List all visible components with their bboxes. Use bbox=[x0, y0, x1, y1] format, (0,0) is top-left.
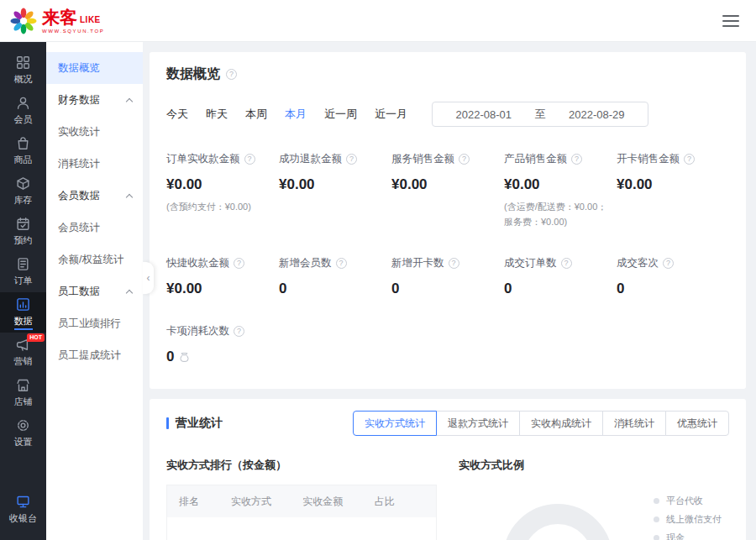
submenu-group-staff-data[interactable]: 员工数据 bbox=[46, 275, 143, 307]
sidebar-collapse-handle[interactable] bbox=[143, 262, 154, 294]
help-icon[interactable] bbox=[449, 258, 459, 269]
help-icon[interactable] bbox=[459, 154, 470, 165]
business-stats-card: 营业统计 实收方式统计 退款方式统计 实收构成统计 消耗统计 优惠统计 实收方式… bbox=[150, 399, 746, 540]
sidebar-item-shop[interactable]: 店铺 bbox=[0, 373, 46, 413]
menu-icon[interactable] bbox=[722, 13, 739, 29]
submenu-item-consume-stats[interactable]: 消耗统计 bbox=[46, 148, 143, 180]
legend-dot bbox=[654, 498, 659, 504]
sidebar-item-members[interactable]: 会员 bbox=[0, 91, 46, 131]
column-header-ratio: 占比 bbox=[375, 495, 424, 509]
chevron-up-icon bbox=[126, 98, 133, 105]
legend-item[interactable]: 现金 bbox=[654, 532, 729, 540]
help-icon[interactable] bbox=[346, 154, 357, 165]
stat-refund: 成功退款金额 ¥0.00 bbox=[279, 152, 391, 229]
sidebar-item-settings[interactable]: 设置 bbox=[0, 413, 46, 453]
help-icon[interactable] bbox=[336, 258, 347, 269]
chevron-up-icon bbox=[126, 290, 133, 296]
legend-dot bbox=[654, 535, 659, 540]
sidebar-item-orders[interactable]: 订单 bbox=[0, 252, 46, 292]
panel-title: 实收方式排行（按金额） bbox=[166, 458, 437, 473]
stat-product-sales: 产品销售金额 ¥0.00 (含运费/配送费：¥0.00；服务费：¥0.00) bbox=[504, 152, 617, 229]
income-ranking-panel: 实收方式排行（按金额） 排名 实收方式 实收金额 占比 bbox=[166, 458, 437, 540]
empty-state: 暂无数据 bbox=[167, 517, 436, 540]
stat-order-income: 订单实收款金额 ¥0.00 (含预约支付：¥0.00) bbox=[166, 152, 279, 229]
tab-refund-method[interactable]: 退款方式统计 bbox=[436, 411, 520, 436]
ranking-table: 排名 实收方式 实收金额 占比 bbox=[166, 485, 437, 540]
submenu-item-data-overview[interactable]: 数据概览 bbox=[46, 52, 143, 84]
help-icon[interactable] bbox=[226, 69, 237, 80]
date-tab-this-month[interactable]: 本月 bbox=[285, 107, 307, 122]
date-tab-today[interactable]: 今天 bbox=[166, 107, 188, 122]
logo-like: LIKE bbox=[80, 16, 101, 24]
donut-chart: 总金额 ¥0.00 bbox=[491, 491, 625, 540]
help-icon[interactable] bbox=[663, 258, 674, 269]
income-proportion-panel: 实收方式比例 总金额 ¥0.00 平台代收 bbox=[459, 458, 729, 540]
cube-icon bbox=[16, 176, 30, 191]
sidebar-item-cashier[interactable]: 收银台 bbox=[0, 490, 46, 530]
date-separator: 至 bbox=[535, 107, 546, 122]
logo-pinwheel-icon bbox=[8, 6, 39, 36]
column-header-method: 实收方式 bbox=[231, 495, 302, 509]
help-icon[interactable] bbox=[244, 154, 255, 165]
help-icon[interactable] bbox=[234, 326, 244, 337]
data-overview-card: 数据概览 今天 昨天 本周 本月 近一周 近一月 2022-08-01 至 20… bbox=[150, 52, 746, 389]
date-range-picker[interactable]: 2022-08-01 至 2022-08-29 bbox=[432, 102, 648, 127]
date-tab-last-week[interactable]: 近一周 bbox=[324, 107, 357, 122]
submenu-group-finance[interactable]: 财务数据 bbox=[46, 84, 143, 116]
main-content: 数据概览 今天 昨天 本周 本月 近一周 近一月 2022-08-01 至 20… bbox=[143, 42, 756, 540]
gear-icon bbox=[16, 418, 30, 433]
legend-dot bbox=[654, 516, 659, 522]
help-icon[interactable] bbox=[571, 154, 582, 165]
page-title: 数据概览 bbox=[166, 66, 729, 83]
submenu-group-member-data[interactable]: 会员数据 bbox=[46, 180, 143, 212]
member-icon bbox=[16, 96, 30, 110]
date-to[interactable]: 2022-08-29 bbox=[569, 108, 625, 121]
help-icon[interactable] bbox=[684, 154, 695, 165]
tab-consume-stats[interactable]: 消耗统计 bbox=[602, 411, 666, 436]
tab-income-method[interactable]: 实收方式统计 bbox=[353, 411, 437, 436]
stat-new-cards: 新增开卡数 0 bbox=[391, 256, 504, 297]
order-list-icon bbox=[16, 257, 30, 271]
column-header-rank: 排名 bbox=[179, 495, 231, 509]
logo-text: 来客 LIKE WWW.SQYUN.TOP bbox=[42, 8, 104, 34]
primary-sidebar: 概况 会员 商品 库存 预约 订单 数据 HOT 营销 bbox=[0, 42, 46, 540]
section-title: 营业统计 bbox=[166, 416, 223, 431]
date-tab-yesterday[interactable]: 昨天 bbox=[206, 107, 228, 122]
date-tab-last-month[interactable]: 近一月 bbox=[375, 107, 407, 122]
tab-income-composition[interactable]: 实收构成统计 bbox=[519, 411, 603, 436]
calendar-check-icon bbox=[16, 217, 30, 231]
legend-item[interactable]: 平台代收 bbox=[654, 495, 729, 507]
logo[interactable]: 来客 LIKE WWW.SQYUN.TOP bbox=[8, 6, 104, 36]
topbar: 来客 LIKE WWW.SQYUN.TOP bbox=[0, 0, 756, 42]
stat-new-members: 新增会员数 0 bbox=[279, 256, 391, 297]
submenu-item-staff-commission[interactable]: 员工提成统计 bbox=[46, 339, 143, 371]
submenu-item-income-stats[interactable]: 实收统计 bbox=[46, 116, 143, 148]
sidebar-item-marketing[interactable]: HOT 营销 bbox=[0, 333, 46, 373]
submenu-item-staff-ranking[interactable]: 员工业绩排行 bbox=[46, 307, 143, 339]
hot-badge: HOT bbox=[27, 333, 45, 342]
sidebar-item-goods[interactable]: 商品 bbox=[0, 131, 46, 171]
shopping-bag-icon bbox=[16, 136, 30, 150]
sidebar-item-overview[interactable]: 概况 bbox=[0, 50, 46, 91]
submenu-item-balance-stats[interactable]: 余额/权益统计 bbox=[46, 244, 143, 275]
date-tab-this-week[interactable]: 本周 bbox=[245, 107, 267, 122]
stats-grid: 订单实收款金额 ¥0.00 (含预约支付：¥0.00) 成功退款金额 ¥0.00… bbox=[166, 152, 729, 365]
money-bag-icon bbox=[179, 352, 190, 363]
business-tabs: 实收方式统计 退款方式统计 实收构成统计 消耗统计 优惠统计 bbox=[353, 411, 729, 436]
stat-card-sales: 开卡销售金额 ¥0.00 bbox=[617, 152, 729, 229]
chevron-up-icon bbox=[126, 194, 133, 201]
legend-item[interactable]: 线上微信支付 bbox=[654, 513, 729, 526]
column-header-amount: 实收金额 bbox=[302, 495, 374, 509]
help-icon[interactable] bbox=[234, 258, 244, 269]
sidebar-item-data[interactable]: 数据 bbox=[0, 292, 46, 333]
stat-quick-collect: 快捷收款金额 ¥0.00 bbox=[166, 256, 279, 297]
date-filter-row: 今天 昨天 本周 本月 近一周 近一月 2022-08-01 至 2022-08… bbox=[166, 102, 729, 127]
stat-deal-orders: 成交订单数 0 bbox=[504, 256, 617, 297]
date-from[interactable]: 2022-08-01 bbox=[456, 108, 512, 121]
tab-discount-stats[interactable]: 优惠统计 bbox=[665, 411, 729, 436]
logo-brand: 来客 bbox=[42, 8, 77, 26]
help-icon[interactable] bbox=[561, 258, 572, 269]
sidebar-item-booking[interactable]: 预约 bbox=[0, 212, 46, 252]
submenu-item-member-stats[interactable]: 会员统计 bbox=[46, 212, 143, 244]
sidebar-item-inventory[interactable]: 库存 bbox=[0, 171, 46, 212]
